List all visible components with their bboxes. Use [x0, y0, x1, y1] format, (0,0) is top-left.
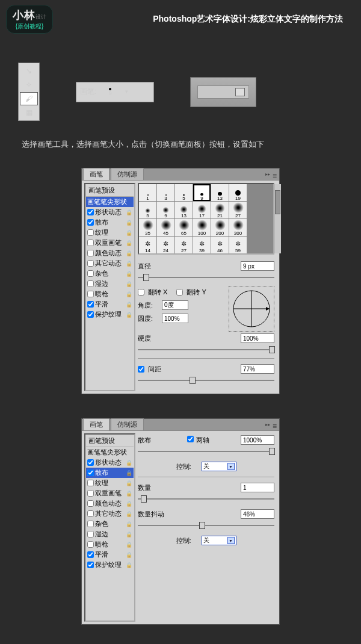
panel-menu-icon[interactable]: ≡ — [273, 422, 277, 430]
opt-湿边[interactable]: 湿边🔒 — [86, 529, 134, 539]
panel-more-icon[interactable]: ▸▸ — [265, 172, 270, 180]
swatch-35[interactable]: 35 — [139, 219, 156, 236]
swatch-3[interactable]: 3 — [157, 184, 174, 201]
opt-check[interactable] — [87, 562, 94, 568]
swatch-1[interactable]: 1 — [139, 184, 156, 201]
control2-dropdown[interactable]: 关▼ — [202, 536, 236, 545]
opt-check[interactable] — [87, 459, 94, 466]
swatch-13[interactable]: 13 — [211, 184, 229, 201]
opt-平滑[interactable]: 平滑🔒 — [86, 299, 134, 309]
swatch-19[interactable]: 19 — [229, 184, 247, 201]
swatch-300[interactable]: 300 — [229, 219, 247, 236]
panel-more-icon[interactable]: ▸▸ — [265, 422, 270, 430]
swatch-13[interactable]: 13 — [175, 202, 193, 218]
swatch-21[interactable]: 21 — [211, 202, 229, 218]
slider[interactable] — [138, 377, 274, 384]
opt-纹理[interactable]: 纹理🔒 — [86, 478, 134, 488]
swatch-27[interactable]: ✲27 — [175, 237, 193, 253]
swatch-17[interactable]: 17 — [193, 202, 211, 218]
field-hardness[interactable]: 100% — [241, 333, 274, 343]
field-count[interactable]: 1 — [241, 483, 274, 492]
slider[interactable] — [138, 522, 274, 529]
tool-brush[interactable]: 🖌 — [20, 92, 38, 105]
opt-散布[interactable]: 散布🔒 — [86, 468, 134, 478]
swatch-39[interactable]: ✲39 — [193, 237, 211, 253]
swatch-65[interactable]: 65 — [175, 219, 193, 236]
swatch-14[interactable]: ✲14 — [139, 237, 156, 253]
opt-喷枪[interactable]: 喷枪🔒 — [86, 289, 134, 299]
spacing-check[interactable] — [138, 366, 144, 373]
opt-check[interactable] — [87, 500, 94, 507]
opt-形状动态[interactable]: 形状动态🔒 — [86, 457, 134, 468]
opt-check[interactable] — [87, 301, 94, 308]
scrollbar[interactable] — [274, 184, 281, 253]
tab-画笔[interactable]: 画笔 — [83, 418, 110, 430]
field-jitter[interactable]: 46% — [241, 509, 274, 519]
slider[interactable] — [138, 495, 274, 503]
tab-仿制源[interactable]: 仿制源 — [111, 418, 144, 430]
opt-check[interactable] — [87, 291, 94, 297]
opt-画笔笔尖形状[interactable]: 画笔笔尖形状 — [86, 197, 134, 207]
tool-stamp[interactable]: ▦ — [20, 106, 38, 119]
swatch-200[interactable]: 200 — [211, 219, 229, 236]
control-dropdown[interactable]: 关▼ — [202, 462, 236, 471]
opt-check[interactable] — [87, 311, 94, 318]
swatch-9[interactable]: 9 — [157, 202, 174, 218]
both-axes-check[interactable] — [187, 436, 194, 442]
opt-湿边[interactable]: 湿边🔒 — [86, 279, 134, 289]
brush-size-selector[interactable]: 画笔: 9 ▼ — [76, 82, 154, 102]
swatch-27[interactable]: 27 — [229, 202, 247, 218]
opt-check[interactable] — [87, 521, 94, 527]
swatch-5[interactable]: 5 — [175, 184, 193, 201]
opt-平滑[interactable]: 平滑🔒 — [86, 550, 134, 560]
opt-杂色[interactable]: 杂色🔒 — [86, 268, 134, 279]
opt-check[interactable] — [87, 490, 94, 497]
opt-双重画笔[interactable]: 双重画笔🔒 — [86, 238, 134, 248]
chevron-down-icon[interactable]: ▼ — [124, 89, 129, 94]
opt-颜色动态[interactable]: 颜色动态🔒 — [86, 248, 134, 258]
swatch-9[interactable]: 9 — [193, 184, 211, 201]
flipy-check[interactable] — [176, 289, 183, 296]
opt-其它动态[interactable]: 其它动态🔒 — [86, 258, 134, 268]
opt-check[interactable] — [87, 541, 94, 548]
opt-check[interactable] — [87, 250, 94, 256]
opt-check[interactable] — [87, 510, 94, 517]
tab-仿制源[interactable]: 仿制源 — [111, 168, 144, 180]
opt-其它动态[interactable]: 其它动态🔒 — [86, 509, 134, 519]
swatch-59[interactable]: ✲59 — [229, 237, 247, 253]
opt-check[interactable] — [87, 219, 94, 226]
opt-颜色动态[interactable]: 颜色动态🔒 — [86, 498, 134, 509]
opt-check[interactable] — [87, 469, 94, 476]
opt-check[interactable] — [87, 240, 94, 246]
field-spacing[interactable]: 77% — [241, 364, 274, 374]
opt-check[interactable] — [87, 280, 94, 287]
opt-画笔笔尖形状[interactable]: 画笔笔尖形状 — [86, 447, 134, 457]
slider[interactable] — [138, 274, 274, 281]
opt-check[interactable] — [87, 551, 94, 558]
panel-menu-icon[interactable]: ≡ — [273, 172, 277, 180]
field-round[interactable]: 100% — [162, 314, 188, 323]
swatch-45[interactable]: 45 — [157, 219, 174, 236]
opt-check[interactable] — [87, 229, 94, 236]
opt-散布[interactable]: 散布🔒 — [86, 217, 134, 228]
tool-wand[interactable]: ✧ — [20, 78, 38, 91]
swatch-46[interactable]: ✲46 — [211, 237, 229, 253]
slider[interactable] — [138, 346, 274, 353]
opt-喷枪[interactable]: 喷枪🔒 — [86, 539, 134, 550]
angle-preview[interactable] — [229, 286, 274, 332]
opt-check[interactable] — [87, 270, 94, 277]
opt-杂色[interactable]: 杂色🔒 — [86, 519, 134, 529]
opt-check[interactable] — [87, 480, 94, 486]
swatch-5[interactable]: 5 — [139, 202, 156, 218]
slider[interactable] — [138, 448, 274, 455]
field-angle[interactable]: 0度 — [162, 300, 188, 310]
opt-纹理[interactable]: 纹理🔒 — [86, 228, 134, 238]
opt-check[interactable] — [87, 531, 94, 537]
preset-header[interactable]: 画笔预设 — [86, 435, 134, 447]
opt-形状动态[interactable]: 形状动态🔒 — [86, 207, 134, 217]
toggle-brush-panel-button[interactable] — [235, 88, 245, 96]
flipx-check[interactable] — [138, 289, 144, 296]
opt-双重画笔[interactable]: 双重画笔🔒 — [86, 488, 134, 498]
opt-保护纹理[interactable]: 保护纹理🔒 — [86, 309, 134, 320]
opt-check[interactable] — [87, 260, 94, 267]
